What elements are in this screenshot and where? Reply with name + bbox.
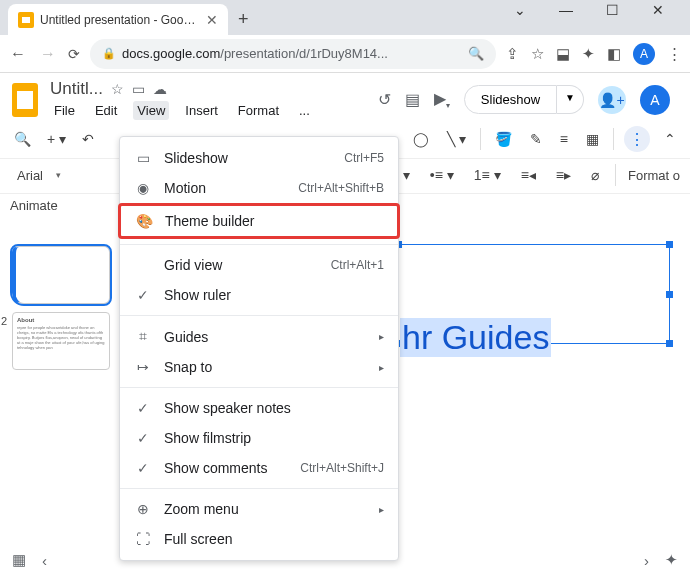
menu-filmstrip[interactable]: ✓ Show filmstrip bbox=[120, 423, 398, 453]
border-color-icon[interactable]: ✎ bbox=[526, 127, 546, 151]
menu-grid-view[interactable]: Grid view Ctrl+Alt+1 bbox=[120, 250, 398, 280]
bookmark-icon[interactable]: ☆ bbox=[531, 45, 544, 63]
guides-icon: ⌗ bbox=[134, 328, 152, 345]
palette-icon: 🎨 bbox=[135, 213, 153, 229]
slideshow-dropdown-icon[interactable]: ▼ bbox=[557, 85, 584, 114]
check-icon: ✓ bbox=[134, 460, 152, 476]
url-box[interactable]: 🔒 docs.google.com/presentation/d/1rDuy8M… bbox=[90, 39, 496, 69]
window-maximize-icon[interactable]: ☐ bbox=[598, 0, 626, 20]
menu-slideshow-label: Slideshow bbox=[164, 150, 228, 166]
fill-color-icon[interactable]: 🪣 bbox=[491, 127, 516, 151]
line-icon[interactable]: ╲ ▾ bbox=[443, 127, 470, 151]
shortcut: Ctrl+Alt+1 bbox=[331, 258, 384, 272]
window-minimize-icon[interactable]: — bbox=[552, 0, 580, 20]
format-options-button[interactable]: Format o bbox=[628, 168, 680, 183]
slideshow-button[interactable]: Slideshow bbox=[464, 85, 557, 114]
menu-comments-label: Show comments bbox=[164, 460, 267, 476]
check-icon: ✓ bbox=[134, 430, 152, 446]
menu-motion[interactable]: ◉ Motion Ctrl+Alt+Shift+B bbox=[120, 173, 398, 203]
collapse-toolbar-icon[interactable]: ⌃ bbox=[660, 127, 680, 151]
menu-theme-builder[interactable]: 🎨 Theme builder bbox=[121, 206, 397, 236]
menu-edit[interactable]: Edit bbox=[91, 101, 121, 120]
zoom-indicator-icon[interactable]: 🔍 bbox=[468, 46, 484, 61]
menu-motion-label: Motion bbox=[164, 180, 206, 196]
profile-avatar[interactable]: A bbox=[633, 43, 655, 65]
menu-speaker-notes[interactable]: ✓ Show speaker notes bbox=[120, 393, 398, 423]
search-menus-icon[interactable]: 🔍 bbox=[10, 127, 35, 151]
reload-button[interactable]: ⟳ bbox=[68, 46, 80, 62]
menu-zoom-label: Zoom menu bbox=[164, 501, 239, 517]
border-weight-icon[interactable]: ≡ bbox=[556, 127, 572, 151]
meet-icon[interactable]: ▶▾ bbox=[434, 89, 450, 110]
address-bar: ← → ⟳ 🔒 docs.google.com/presentation/d/1… bbox=[0, 35, 690, 73]
forward-button[interactable]: → bbox=[38, 45, 58, 63]
menu-zoom[interactable]: ⊕ Zoom menu ▸ bbox=[120, 494, 398, 524]
menu-file[interactable]: File bbox=[50, 101, 79, 120]
menu-comments[interactable]: ✓ Show comments Ctrl+Alt+Shift+J bbox=[120, 453, 398, 483]
shortcut: Ctrl+Alt+Shift+B bbox=[298, 181, 384, 195]
chrome-menu-icon[interactable]: ⋮ bbox=[667, 45, 682, 63]
explore-icon[interactable]: ✦ bbox=[665, 551, 678, 569]
motion-icon: ◉ bbox=[134, 180, 152, 196]
indent-increase-icon[interactable]: ≡▸ bbox=[552, 163, 575, 187]
resize-handle[interactable] bbox=[666, 340, 673, 347]
border-dash-icon[interactable]: ▦ bbox=[582, 127, 603, 151]
menu-format[interactable]: Format bbox=[234, 101, 283, 120]
shape-icon[interactable]: ◯ bbox=[409, 127, 433, 151]
chrome-spacer-icon: ⌄ bbox=[506, 0, 534, 20]
menu-overflow[interactable]: ... bbox=[295, 101, 314, 120]
filmstrip: 2 About repre for people whocantdoke and… bbox=[0, 238, 115, 551]
account-avatar[interactable]: A bbox=[640, 85, 670, 115]
app-header: Untitl... ☆ ▭ ☁ File Edit View Insert Fo… bbox=[0, 73, 690, 120]
menu-view[interactable]: View bbox=[133, 101, 169, 120]
slide-thumbnail[interactable]: 2 About repre for people whocantdoke and… bbox=[12, 312, 110, 370]
slideshow-button-group: Slideshow ▼ bbox=[464, 85, 584, 114]
star-icon[interactable]: ☆ bbox=[111, 81, 124, 97]
document-title[interactable]: Untitl... bbox=[50, 79, 103, 99]
slide-thumbnail[interactable] bbox=[12, 246, 110, 304]
menu-show-ruler-label: Show ruler bbox=[164, 287, 231, 303]
slides-logo-icon[interactable] bbox=[12, 83, 38, 117]
menu-show-ruler[interactable]: ✓ Show ruler bbox=[120, 280, 398, 310]
menu-slideshow[interactable]: ▭ Slideshow Ctrl+F5 bbox=[120, 143, 398, 173]
cloud-status-icon[interactable]: ☁ bbox=[153, 81, 167, 97]
menu-filmstrip-label: Show filmstrip bbox=[164, 430, 251, 446]
resize-handle[interactable] bbox=[666, 241, 673, 248]
version-history-icon[interactable]: ↺ bbox=[378, 90, 391, 109]
toolbar-overflow-icon[interactable]: ⋮ bbox=[624, 126, 650, 152]
lock-icon: 🔒 bbox=[102, 47, 116, 60]
font-select[interactable]: Arial bbox=[10, 165, 66, 186]
side-panel-icon[interactable]: ◧ bbox=[607, 45, 621, 63]
slide-text-content[interactable]: hr Guides bbox=[400, 318, 551, 357]
menu-fullscreen-label: Full screen bbox=[164, 531, 232, 547]
bulleted-list-icon[interactable]: •≡ ▾ bbox=[426, 163, 458, 187]
menu-insert[interactable]: Insert bbox=[181, 101, 222, 120]
share-url-icon[interactable]: ⇪ bbox=[506, 45, 519, 63]
menu-bar: File Edit View Insert Format ... bbox=[50, 101, 314, 120]
extensions-icon[interactable]: ✦ bbox=[582, 45, 595, 63]
url-text: docs.google.com/presentation/d/1rDuy8M14… bbox=[122, 46, 388, 61]
menu-fullscreen[interactable]: ⛶ Full screen bbox=[120, 524, 398, 554]
indent-decrease-icon[interactable]: ≡◂ bbox=[517, 163, 540, 187]
new-slide-icon[interactable]: + ▾ bbox=[43, 127, 70, 151]
clear-formatting-icon[interactable]: ⌀ bbox=[587, 163, 603, 187]
undo-icon[interactable]: ↶ bbox=[78, 127, 98, 151]
submenu-arrow-icon: ▸ bbox=[379, 362, 384, 373]
browser-tab[interactable]: Untitled presentation - Google Slides ✕ bbox=[8, 4, 228, 36]
menu-snap-to[interactable]: ↦ Snap to ▸ bbox=[120, 352, 398, 382]
prev-slide-icon[interactable]: ‹ bbox=[42, 552, 47, 569]
resize-handle[interactable] bbox=[666, 291, 673, 298]
back-button[interactable]: ← bbox=[8, 45, 28, 63]
tab-close-icon[interactable]: ✕ bbox=[206, 12, 218, 28]
window-close-icon[interactable]: ✕ bbox=[644, 0, 672, 20]
play-icon: ▭ bbox=[134, 150, 152, 166]
comments-icon[interactable]: ▤ bbox=[405, 90, 420, 109]
grid-view-icon[interactable]: ▦ bbox=[12, 551, 26, 569]
move-folder-icon[interactable]: ▭ bbox=[132, 81, 145, 97]
numbered-list-icon[interactable]: 1≡ ▾ bbox=[470, 163, 505, 187]
next-slide-icon[interactable]: › bbox=[644, 552, 649, 569]
install-icon[interactable]: ⬓ bbox=[556, 45, 570, 63]
new-tab-button[interactable]: + bbox=[238, 9, 249, 30]
share-button[interactable]: 👤+ bbox=[598, 86, 626, 114]
menu-guides[interactable]: ⌗ Guides ▸ bbox=[120, 321, 398, 352]
